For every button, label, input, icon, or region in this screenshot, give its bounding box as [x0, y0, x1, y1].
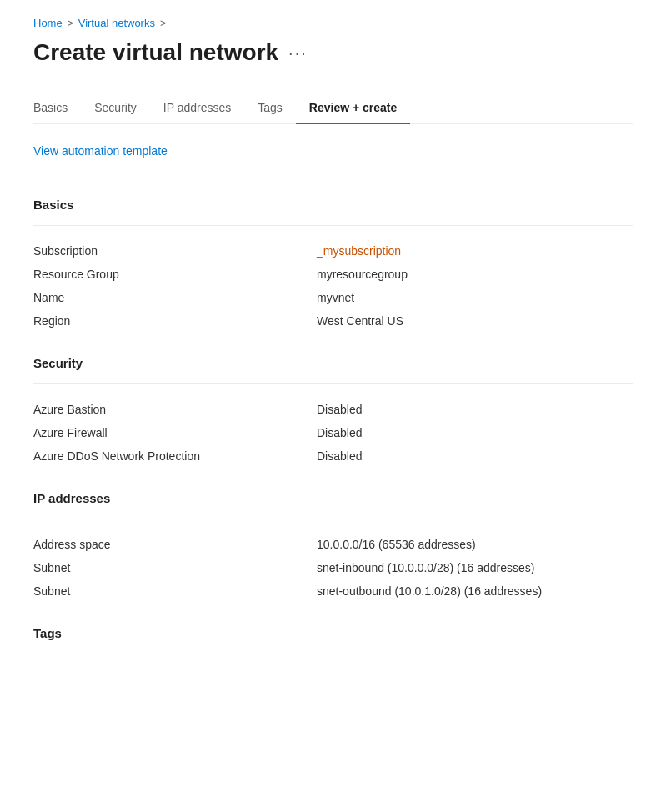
label-azure-firewall: Azure Firewall [33, 426, 317, 439]
label-subscription: Subscription [33, 244, 317, 258]
value-address-space: 10.0.0.0/16 (65536 addresses) [317, 538, 476, 551]
breadcrumb-separator-2: > [160, 18, 166, 29]
tab-basics[interactable]: Basics [33, 93, 81, 124]
section-title-tags: Tags [33, 626, 633, 640]
breadcrumb: Home > Virtual networks > [33, 17, 633, 29]
section-ip-addresses: IP addresses Address space 10.0.0.0/16 (… [33, 491, 633, 603]
tab-tags[interactable]: Tags [244, 93, 296, 124]
detail-row-subnet-outbound: Subnet snet-outbound (10.0.1.0/28) (16 a… [33, 579, 633, 603]
section-title-basics: Basics [33, 198, 633, 212]
detail-row-azure-ddos: Azure DDoS Network Protection Disabled [33, 444, 633, 468]
detail-row-region: Region West Central US [33, 309, 633, 333]
divider-security [33, 383, 633, 384]
label-region: Region [33, 314, 317, 328]
value-azure-firewall: Disabled [317, 426, 362, 439]
value-azure-bastion: Disabled [317, 403, 362, 416]
label-azure-bastion: Azure Bastion [33, 403, 317, 416]
section-title-ip-addresses: IP addresses [33, 491, 633, 505]
value-name: myvnet [317, 291, 354, 304]
tab-ip-addresses[interactable]: IP addresses [150, 93, 244, 124]
value-subscription: _mysubscription [317, 244, 401, 258]
divider-tags [33, 654, 633, 654]
tab-review-create[interactable]: Review + create [296, 93, 410, 124]
label-subnet-outbound: Subnet [33, 584, 317, 598]
detail-row-name: Name myvnet [33, 286, 633, 309]
value-region: West Central US [317, 314, 403, 328]
detail-row-subscription: Subscription _mysubscription [33, 239, 633, 263]
label-subnet-inbound: Subnet [33, 561, 317, 574]
divider-basics [33, 225, 633, 226]
value-subnet-inbound: snet-inbound (10.0.0.0/28) (16 addresses… [317, 561, 535, 574]
detail-row-subnet-inbound: Subnet snet-inbound (10.0.0.0/28) (16 ad… [33, 556, 633, 579]
value-resource-group: myresourcegroup [317, 268, 408, 281]
tabs-container: Basics Security IP addresses Tags Review… [33, 93, 633, 124]
page-container: Home > Virtual networks > Create virtual… [0, 0, 666, 711]
section-tags: Tags [33, 626, 633, 654]
value-subnet-outbound: snet-outbound (10.0.1.0/28) (16 addresse… [317, 584, 542, 598]
breadcrumb-vnet[interactable]: Virtual networks [78, 17, 155, 29]
more-options-button[interactable]: ··· [288, 43, 308, 63]
page-title-row: Create virtual network ··· [33, 39, 633, 66]
section-security: Security Azure Bastion Disabled Azure Fi… [33, 356, 633, 468]
section-title-security: Security [33, 356, 633, 370]
detail-row-azure-firewall: Azure Firewall Disabled [33, 421, 633, 444]
detail-row-resource-group: Resource Group myresourcegroup [33, 263, 633, 286]
label-name: Name [33, 291, 317, 304]
detail-row-azure-bastion: Azure Bastion Disabled [33, 398, 633, 421]
tab-security[interactable]: Security [81, 93, 150, 124]
section-basics: Basics Subscription _mysubscription Reso… [33, 198, 633, 333]
label-azure-ddos: Azure DDoS Network Protection [33, 449, 317, 463]
label-resource-group: Resource Group [33, 268, 317, 281]
breadcrumb-separator-1: > [68, 18, 73, 29]
label-address-space: Address space [33, 538, 317, 551]
value-azure-ddos: Disabled [317, 449, 362, 463]
detail-row-address-space: Address space 10.0.0.0/16 (65536 address… [33, 533, 633, 556]
page-title: Create virtual network [33, 39, 278, 66]
breadcrumb-home[interactable]: Home [33, 17, 63, 29]
automation-template-link[interactable]: View automation template [33, 144, 168, 158]
divider-ip-addresses [33, 519, 633, 519]
